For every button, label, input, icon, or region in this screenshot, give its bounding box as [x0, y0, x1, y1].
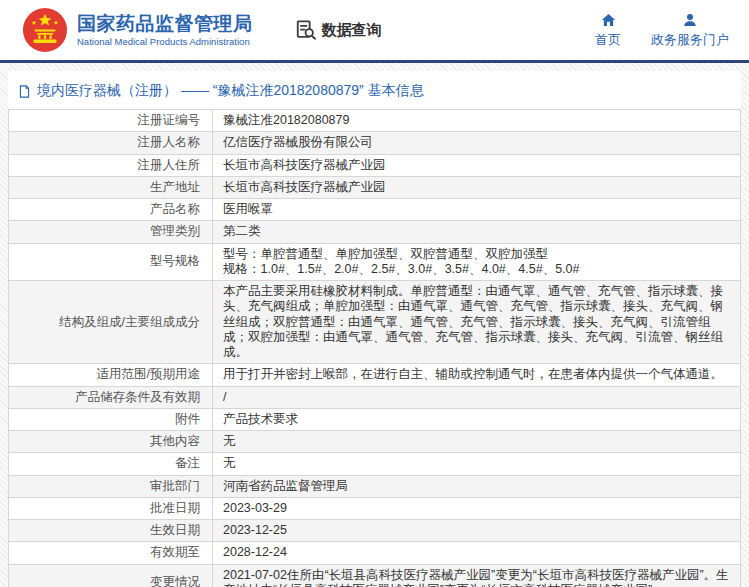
row-label: 产品储存条件及有效期: [9, 386, 213, 408]
row-value: 型号：单腔普通型、单腔加强型、双腔普通型、双腔加强型 规格：1.0#、1.5#、…: [213, 243, 741, 281]
row-label: 审批部门: [9, 475, 213, 497]
row-value: 医用喉罩: [213, 199, 741, 221]
row-label: 管理类别: [9, 221, 213, 243]
person-icon: [682, 12, 698, 28]
home-icon: [600, 12, 617, 28]
table-row: 生产地址长垣市高科技医疗器械产业园: [9, 176, 741, 198]
row-label: 适用范围/预期用途: [9, 364, 213, 386]
row-value: 2021-07-02住所由“长垣县高科技医疗器械产业园”变更为“长垣市高科技医疗…: [213, 564, 741, 587]
brand-text: 国家药品监督管理局 National Medical Products Admi…: [77, 13, 253, 48]
row-label: 批准日期: [9, 497, 213, 519]
row-label: 注册人住所: [9, 154, 213, 176]
row-label: 其他内容: [9, 431, 213, 453]
row-label: 附件: [9, 408, 213, 430]
site-title: 国家药品监督管理局: [77, 13, 253, 35]
table-row: 其他内容无: [9, 431, 741, 453]
row-value: /: [213, 386, 741, 408]
table-row: 附件产品技术要求: [9, 408, 741, 430]
top-nav: 首页 政务服务门户: [595, 12, 735, 49]
data-query-label: 数据查询: [322, 21, 382, 40]
nav-gov-portal[interactable]: 政务服务门户: [651, 12, 729, 49]
site-subtitle: National Medical Products Administration: [77, 36, 253, 47]
row-value: 长垣市高科技医疗器械产业园: [213, 154, 741, 176]
table-row: 审批部门河南省药品监督管理局: [9, 475, 741, 497]
row-value: 用于打开并密封上喉部，在进行自主、辅助或控制通气时，在患者体内提供一个气体通道。: [213, 364, 741, 386]
row-value: 豫械注准20182080879: [213, 110, 741, 132]
row-label: 产品名称: [9, 199, 213, 221]
page-title-text: 境内医疗器械（注册） —— “豫械注准20182080879” 基本信息: [37, 82, 424, 100]
row-value: 2023-03-29: [213, 497, 741, 519]
table-row: 批准日期2023-03-29: [9, 497, 741, 519]
row-label: 结构及组成/主要组成成分: [9, 281, 213, 364]
table-row: 适用范围/预期用途用于打开并密封上喉部，在进行自主、辅助或控制通气时，在患者体内…: [9, 364, 741, 386]
national-emblem-icon: [22, 7, 68, 53]
site-header: 国家药品监督管理局 National Medical Products Admi…: [0, 0, 749, 60]
page-title: 境内医疗器械（注册） —— “豫械注准20182080879” 基本信息: [8, 71, 741, 109]
table-row: 备注无: [9, 453, 741, 475]
table-row: 变更情况2021-07-02住所由“长垣县高科技医疗器械产业园”变更为“长垣市高…: [9, 564, 741, 587]
row-label: 有效期至: [9, 542, 213, 564]
document-search-icon: [295, 19, 317, 41]
registration-info-table: 注册证编号豫械注准20182080879注册人名称亿信医疗器械股份有限公司注册人…: [8, 109, 741, 587]
row-value: 无: [213, 453, 741, 475]
row-value: 亿信医疗器械股份有限公司: [213, 132, 741, 154]
row-label: 生产地址: [9, 176, 213, 198]
table-row: 有效期至2028-12-24: [9, 542, 741, 564]
row-label: 型号规格: [9, 243, 213, 281]
row-label: 生效日期: [9, 520, 213, 542]
document-icon: [18, 84, 31, 99]
row-label: 注册人名称: [9, 132, 213, 154]
row-value: 2028-12-24: [213, 542, 741, 564]
row-value: 第二类: [213, 221, 741, 243]
table-row: 型号规格型号：单腔普通型、单腔加强型、双腔普通型、双腔加强型 规格：1.0#、1…: [9, 243, 741, 281]
table-row: 注册人名称亿信医疗器械股份有限公司: [9, 132, 741, 154]
table-row: 结构及组成/主要组成成分本产品主要采用硅橡胶材料制成。单腔普通型：由通气罩、通气…: [9, 281, 741, 364]
row-label: 变更情况: [9, 564, 213, 587]
table-row: 生效日期2023-12-25: [9, 520, 741, 542]
row-value: 长垣市高科技医疗器械产业园: [213, 176, 741, 198]
page-body: 境内医疗器械（注册） —— “豫械注准20182080879” 基本信息 注册证…: [0, 63, 749, 587]
row-value: 本产品主要采用硅橡胶材料制成。单腔普通型：由通气罩、通气管、充气管、指示球囊、接…: [213, 281, 741, 364]
row-label: 注册证编号: [9, 110, 213, 132]
content-panel: 境内医疗器械（注册） —— “豫械注准20182080879” 基本信息 注册证…: [8, 71, 741, 577]
brand-logo[interactable]: 国家药品监督管理局 National Medical Products Admi…: [22, 7, 253, 53]
row-value: 无: [213, 431, 741, 453]
row-value: 2023-12-25: [213, 520, 741, 542]
nav-gov-portal-label: 政务服务门户: [651, 31, 729, 49]
table-row: 注册证编号豫械注准20182080879: [9, 110, 741, 132]
row-value: 河南省药品监督管理局: [213, 475, 741, 497]
table-row: 管理类别第二类: [9, 221, 741, 243]
data-query-button[interactable]: 数据查询: [295, 19, 382, 41]
nav-home[interactable]: 首页: [595, 12, 621, 49]
table-row: 产品名称医用喉罩: [9, 199, 741, 221]
nav-home-label: 首页: [595, 31, 621, 49]
table-row: 产品储存条件及有效期/: [9, 386, 741, 408]
table-row: 注册人住所长垣市高科技医疗器械产业园: [9, 154, 741, 176]
row-value: 产品技术要求: [213, 408, 741, 430]
row-label: 备注: [9, 453, 213, 475]
